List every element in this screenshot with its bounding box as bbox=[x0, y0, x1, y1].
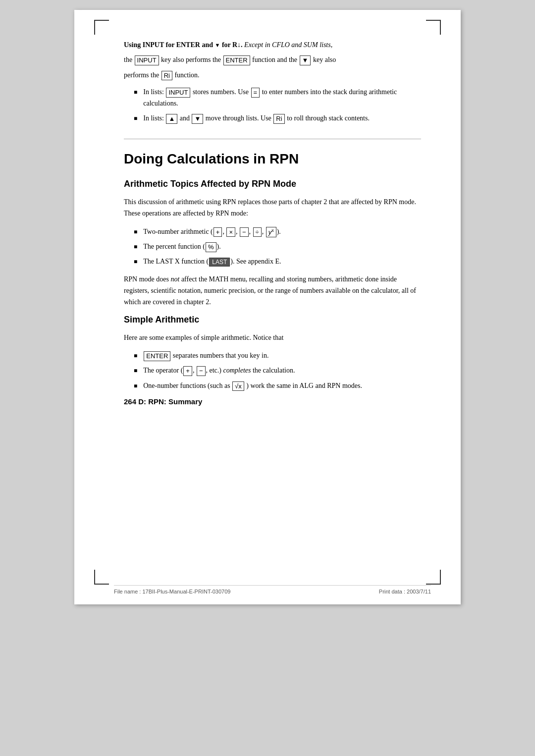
key-last-dark: LAST bbox=[209, 258, 230, 267]
subsection-title: 264 D: RPN: Summary bbox=[124, 397, 421, 406]
corner-mark-tr bbox=[426, 20, 441, 35]
intro-text-4: key also bbox=[313, 56, 336, 63]
key-down-arrow: ▼ bbox=[300, 55, 311, 65]
key-up-arrow: ▲ bbox=[166, 114, 177, 124]
page-footer: File name : 17BII-Plus-Manual-E-PRINT-03… bbox=[114, 585, 431, 594]
key-input-2: INPUT bbox=[166, 88, 190, 98]
key-minus: − bbox=[240, 227, 249, 237]
section1-para1: This discussion of arithmetic using RPN … bbox=[124, 196, 421, 219]
intro-heading-bold: Using INPUT for ENTER and ▼ for R↓. bbox=[124, 41, 243, 49]
section1-para2: RPN mode does not affect the MATH menu, … bbox=[124, 273, 421, 308]
key-enter-2: ENTER bbox=[144, 351, 170, 361]
not-italic: not bbox=[171, 275, 180, 283]
key-down-arrow-2: ▼ bbox=[192, 114, 203, 124]
corner-mark-tl bbox=[94, 20, 109, 35]
intro-bullet-1-text: In lists: INPUT stores numbers. Use = to… bbox=[143, 87, 421, 109]
intro-the: the bbox=[124, 56, 134, 63]
s1-b3-text: The LAST X function (LAST). See appendix… bbox=[143, 256, 281, 267]
intro-text-2: key also performs the bbox=[161, 56, 222, 63]
key-plus: + bbox=[214, 227, 222, 237]
intro-bullet-2-text: In lists: ▲ and ▼ move through lists. Us… bbox=[143, 113, 370, 124]
intro-line2: the INPUT key also performs the ENTER fu… bbox=[124, 54, 421, 65]
key-input-1: INPUT bbox=[135, 55, 159, 65]
key-ri-1: Ri bbox=[161, 71, 172, 81]
section1-title: Arithmetic Topics Affected by RPN Mode bbox=[124, 179, 421, 189]
intro-bullet-list: In lists: INPUT stores numbers. Use = to… bbox=[134, 87, 421, 124]
section2-bullet-2: The operator (+, −, etc.) completes the … bbox=[134, 365, 421, 376]
corner-mark-bl bbox=[94, 570, 109, 585]
intro-heading: Using INPUT for ENTER and ▼ for R↓. Exce… bbox=[124, 40, 421, 51]
key-equals: = bbox=[251, 88, 260, 98]
corner-mark-br bbox=[426, 570, 441, 585]
page: Using INPUT for ENTER and ▼ for R↓. Exce… bbox=[74, 10, 461, 604]
section1-bullet-3: The LAST X function (LAST). See appendix… bbox=[134, 256, 421, 267]
key-percent: % bbox=[206, 242, 216, 252]
key-ri-2: Ri bbox=[273, 114, 284, 124]
section1-bullet-1: Two-number arithmetic (+, ×, −, ÷, yx). bbox=[134, 226, 421, 237]
section1-bullet-2: The percent function (%). bbox=[134, 241, 421, 252]
section2-bullet-list: ENTER separates numbers that you key in.… bbox=[134, 350, 421, 391]
intro-section: Using INPUT for ENTER and ▼ for R↓. Exce… bbox=[124, 40, 421, 124]
key-sqrt: √x bbox=[232, 381, 244, 391]
key-times: × bbox=[226, 227, 235, 237]
footer-right: Print data : 2003/7/11 bbox=[379, 589, 431, 594]
section2-bullet-3: One-number functions (such as √x ) work … bbox=[134, 380, 421, 391]
section2-bullet-1: ENTER separates numbers that you key in. bbox=[134, 350, 421, 361]
chapter-title: Doing Calculations in RPN bbox=[124, 151, 421, 167]
intro-bullet-2: In lists: ▲ and ▼ move through lists. Us… bbox=[134, 113, 421, 124]
s1-b2-text: The percent function (%). bbox=[143, 241, 221, 252]
intro-line3: performs the Ri function. bbox=[124, 70, 421, 81]
completes-italic: completes bbox=[223, 367, 251, 374]
key-plus-2: + bbox=[183, 366, 192, 376]
intro-heading-italic: Except in CFLO and SUM lists, bbox=[244, 41, 332, 49]
section-divider bbox=[124, 139, 421, 139]
s1-b1-text: Two-number arithmetic (+, ×, −, ÷, yx). bbox=[143, 226, 281, 237]
intro-bullet-1: In lists: INPUT stores numbers. Use = to… bbox=[134, 87, 421, 109]
s2-b2-text: The operator (+, −, etc.) completes the … bbox=[143, 365, 295, 376]
key-divide: ÷ bbox=[253, 227, 262, 237]
intro-text-3: function and the bbox=[252, 56, 299, 63]
s2-b1-text: ENTER separates numbers that you key in. bbox=[143, 350, 268, 361]
intro-function: function. bbox=[174, 71, 199, 79]
key-yx: yx bbox=[266, 227, 276, 237]
intro-performs: performs the bbox=[124, 71, 161, 79]
key-minus-2: − bbox=[197, 366, 206, 376]
key-enter: ENTER bbox=[223, 55, 250, 65]
footer-left: File name : 17BII-Plus-Manual-E-PRINT-03… bbox=[114, 589, 230, 594]
section2-title: Simple Arithmetic bbox=[124, 315, 421, 325]
section2-para1: Here are some examples of simple arithme… bbox=[124, 332, 421, 343]
section1-bullet-list: Two-number arithmetic (+, ×, −, ÷, yx). … bbox=[134, 226, 421, 268]
s2-b3-text: One-number functions (such as √x ) work … bbox=[143, 380, 362, 391]
